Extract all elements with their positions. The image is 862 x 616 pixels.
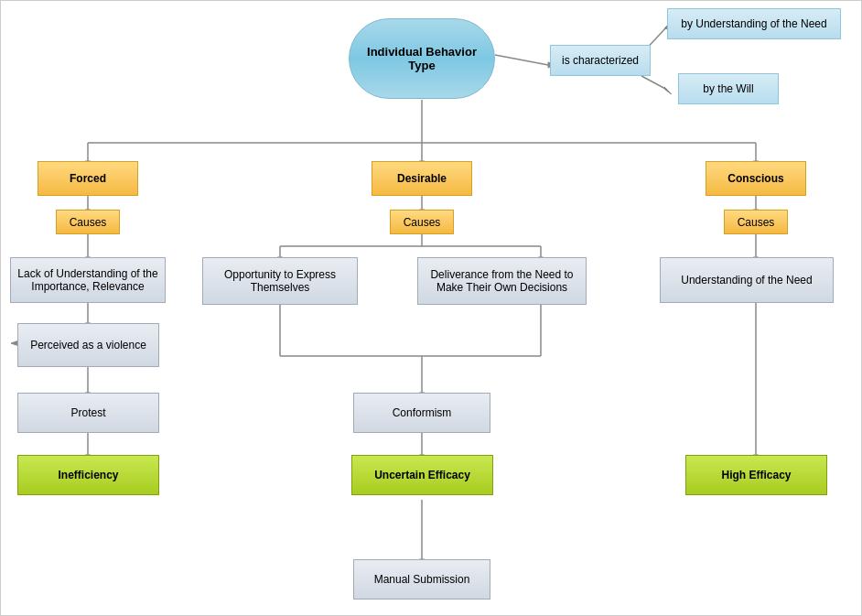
perceived-violence-label: Perceived as a violence [30,339,146,351]
causes-conscious-node: Causes [724,210,788,234]
manual-submission-node: Manual Submission [353,559,490,600]
conformism-node: Conformism [353,393,490,433]
high-efficacy-label: High Efficacy [721,469,791,481]
causes-desirable-node: Causes [390,210,454,234]
individual-behavior-node: Individual Behavior Type [349,18,495,99]
by-will-node: by the Will [678,73,779,104]
conformism-label: Conformism [393,406,452,419]
by-understanding-label: by Understanding of the Need [681,17,826,30]
by-will-label: by the Will [703,82,753,95]
high-efficacy-node: High Efficacy [685,455,827,495]
protest-node: Protest [17,393,159,433]
svg-line-4 [641,76,667,90]
desirable-node: Desirable [372,161,472,196]
individual-behavior-label: Individual Behavior Type [367,45,477,72]
causes-forced-node: Causes [56,210,120,234]
manual-submission-label: Manual Submission [374,573,470,586]
uncertain-efficacy-node: Uncertain Efficacy [351,455,493,495]
opportunity-express-label: Opportunity to Express Themselves [224,268,336,294]
perceived-violence-node: Perceived as a violence [17,323,159,367]
lack-understanding-node: Lack of Understanding of the Importance,… [10,257,166,303]
understanding-need-label: Understanding of the Need [681,274,812,286]
causes-conscious-label: Causes [738,216,775,229]
diagram-container: Individual Behavior Type is characterize… [0,0,862,616]
forced-label: Forced [70,172,106,185]
opportunity-express-node: Opportunity to Express Themselves [202,257,358,305]
deliverance-label: Deliverance from the Need to Make Their … [430,268,573,294]
forced-node: Forced [38,161,138,196]
svg-marker-5 [664,87,672,94]
causes-forced-label: Causes [70,216,107,229]
lack-understanding-label: Lack of Understanding of the Importance,… [17,267,157,293]
by-understanding-node: by Understanding of the Need [667,8,841,39]
inefficiency-label: Inefficiency [58,469,118,481]
uncertain-efficacy-label: Uncertain Efficacy [374,469,470,481]
desirable-label: Desirable [397,172,447,185]
conscious-label: Conscious [727,172,783,185]
protest-label: Protest [70,406,105,419]
deliverance-node: Deliverance from the Need to Make Their … [417,257,587,305]
svg-line-0 [495,55,548,65]
conscious-node: Conscious [706,161,806,196]
causes-desirable-label: Causes [404,216,441,229]
understanding-need-node: Understanding of the Need [660,257,834,303]
inefficiency-node: Inefficiency [17,455,159,495]
is-characterized-node: is characterized [550,45,651,76]
is-characterized-label: is characterized [562,54,639,67]
